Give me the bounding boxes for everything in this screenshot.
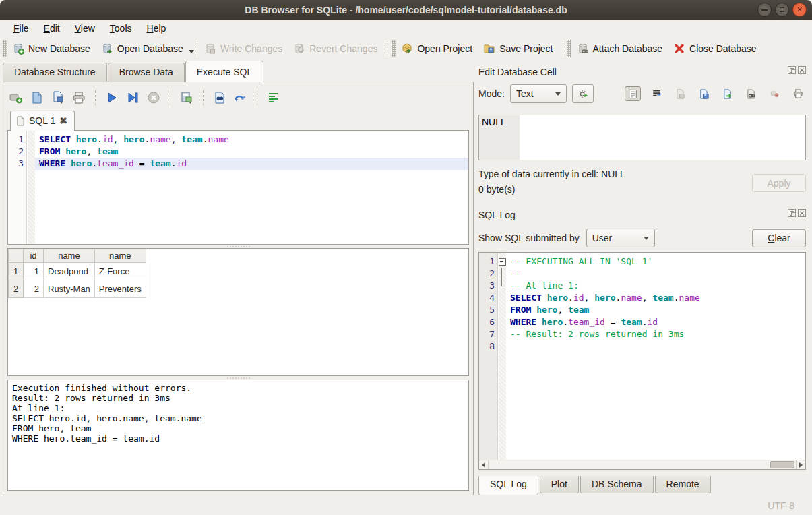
close-panel-icon[interactable] (798, 209, 806, 217)
tab-execute-sql[interactable]: Execute SQL (185, 61, 264, 82)
code-line[interactable]: 1-- EXECUTING ALL IN 'SQL 1' (479, 255, 805, 268)
table-cell[interactable]: 1 (24, 263, 44, 280)
maximize-button[interactable] (775, 3, 789, 17)
execute-all-icon[interactable] (104, 91, 119, 104)
tab-sql-log[interactable]: SQL Log (478, 476, 538, 495)
table-cell[interactable]: Rusty-Man (44, 280, 95, 298)
write-changes-label: Write Changes (220, 43, 282, 54)
write-changes-button[interactable]: Write Changes (200, 40, 289, 57)
close-button[interactable]: ✕ (792, 3, 807, 17)
print-cell-icon[interactable] (790, 86, 806, 101)
table-row[interactable]: 11DeadpondZ-Force (9, 263, 146, 280)
execute-current-line-icon[interactable] (125, 91, 140, 104)
sql-log-view[interactable]: 1-- EXECUTING ALL IN 'SQL 1'2--3-- At li… (478, 252, 806, 460)
column-header[interactable]: name (94, 249, 146, 263)
save-sql-file-icon[interactable] (51, 91, 65, 104)
scrollbar-thumb[interactable] (770, 461, 794, 468)
find-in-sql-icon[interactable] (212, 91, 227, 104)
table-cell[interactable]: Preventers (94, 280, 146, 298)
column-header[interactable]: id (24, 249, 44, 263)
attach-database-button[interactable]: Attach Database (573, 40, 670, 57)
close-panel-icon[interactable] (798, 66, 806, 74)
column-header[interactable]: name (44, 249, 95, 263)
open-database-button[interactable]: Open Database (97, 40, 190, 57)
app-window: DB Browser for SQLite - /home/user/code/… (0, 0, 812, 515)
menu-edit[interactable]: Edit (37, 22, 67, 35)
save-cell-icon[interactable] (672, 86, 688, 101)
results-grid[interactable]: idnamename11DeadpondZ-Force22Rusty-ManPr… (7, 248, 469, 376)
code-line[interactable]: 2-- (479, 268, 805, 280)
sql-editor[interactable]: 1SELECT hero.id, hero.name, team.name2FR… (7, 130, 469, 245)
scroll-left-icon[interactable] (479, 460, 489, 469)
open-project-button[interactable]: Open Project (397, 40, 479, 57)
code-line[interactable]: 3-- At line 1: (479, 280, 805, 292)
toolbar-separator (95, 90, 96, 105)
clear-log-button[interactable]: Clear (752, 229, 806, 247)
code-line[interactable]: 1SELECT hero.id, hero.name, team.name (8, 133, 468, 146)
tab-plot[interactable]: Plot (540, 476, 579, 493)
code-line[interactable]: 5FROM hero, team (479, 304, 805, 316)
code-line[interactable]: 3WHERE hero.team_id = team.id (8, 158, 468, 170)
menu-help[interactable]: Help (140, 22, 173, 35)
left-pane: Database Structure Browse Data Execute S… (0, 60, 474, 495)
export-cell-data-icon[interactable] (719, 86, 735, 101)
attach-database-label: Attach Database (593, 43, 663, 54)
close-sql-tab-icon[interactable]: ✖ (59, 115, 67, 126)
table-cell[interactable]: Z-Force (94, 263, 146, 280)
revert-changes-button[interactable]: Revert Changes (289, 40, 384, 57)
tab-remote[interactable]: Remote (655, 476, 711, 493)
splitter-handle[interactable] (7, 376, 469, 380)
code-line[interactable]: 6WHERE hero.team_id = team.id (479, 316, 805, 328)
word-wrap-icon[interactable] (648, 86, 664, 101)
open-sql-file-icon[interactable] (30, 91, 44, 104)
tab-db-schema[interactable]: DB Schema (580, 476, 654, 493)
new-database-button[interactable]: New Database (8, 40, 97, 57)
edit-cell-header: Edit Database Cell (478, 65, 806, 80)
close-icon: ✕ (797, 6, 803, 13)
save-project-button[interactable]: Save Project (479, 40, 559, 57)
new-sql-tab-icon[interactable] (9, 91, 24, 104)
table-row[interactable]: 22Rusty-ManPreventers (9, 280, 146, 298)
toolbar-separator (197, 41, 197, 56)
cell-value-editor[interactable]: NULL (478, 115, 806, 160)
menu-view[interactable]: View (68, 22, 102, 35)
menu-file[interactable]: File (7, 22, 36, 35)
open-database-dropdown-icon[interactable] (189, 50, 194, 53)
code-line[interactable]: 4SELECT hero.id, hero.name, team.name (479, 292, 805, 304)
code-line[interactable]: 7-- Result: 2 rows returned in 3ms (479, 328, 805, 340)
stop-execution-icon[interactable] (146, 91, 161, 104)
toolbar-handle[interactable] (3, 40, 7, 57)
float-panel-icon[interactable] (788, 209, 796, 217)
table-cell[interactable]: Deadpond (44, 263, 95, 280)
tab-browse-data[interactable]: Browse Data (108, 63, 185, 82)
code-line[interactable]: 2FROM hero, team (8, 146, 468, 158)
toolbar-separator (170, 90, 170, 105)
toolbar-handle[interactable] (392, 40, 396, 57)
scroll-right-icon[interactable] (796, 460, 805, 469)
log-horizontal-scrollbar[interactable] (478, 460, 806, 470)
code-line[interactable]: 8 (479, 340, 805, 353)
apply-button[interactable]: Apply (752, 174, 806, 192)
submitter-combobox[interactable]: User (586, 229, 655, 247)
tab-database-structure[interactable]: Database Structure (3, 63, 107, 82)
mode-combobox[interactable]: Text (510, 84, 567, 103)
splitter-handle[interactable] (7, 245, 469, 248)
print-sql-icon[interactable] (71, 91, 86, 104)
execution-message[interactable]: Execution finished without errors. Resul… (7, 380, 469, 491)
auto-format-icon[interactable] (266, 91, 281, 104)
encoding-indicator[interactable]: UTF-8 (768, 500, 794, 511)
float-panel-icon[interactable] (788, 66, 796, 74)
open-external-icon[interactable] (743, 86, 759, 101)
minimize-button[interactable] (757, 3, 772, 17)
set-null-icon[interactable] (766, 86, 782, 101)
menu-tools[interactable]: Tools (103, 22, 139, 35)
save-results-icon[interactable] (179, 91, 194, 104)
find-replace-icon[interactable] (233, 91, 248, 104)
toolbar-handle[interactable] (567, 40, 571, 57)
import-cell-data-icon[interactable] (695, 86, 712, 101)
sql-document-tab[interactable]: SQL 1 ✖ (10, 111, 75, 131)
text-mode-icon[interactable] (625, 86, 641, 101)
table-cell[interactable]: 2 (24, 280, 44, 298)
close-database-button[interactable]: Close Database (669, 40, 763, 57)
auto-switch-mode-button[interactable] (572, 84, 594, 103)
